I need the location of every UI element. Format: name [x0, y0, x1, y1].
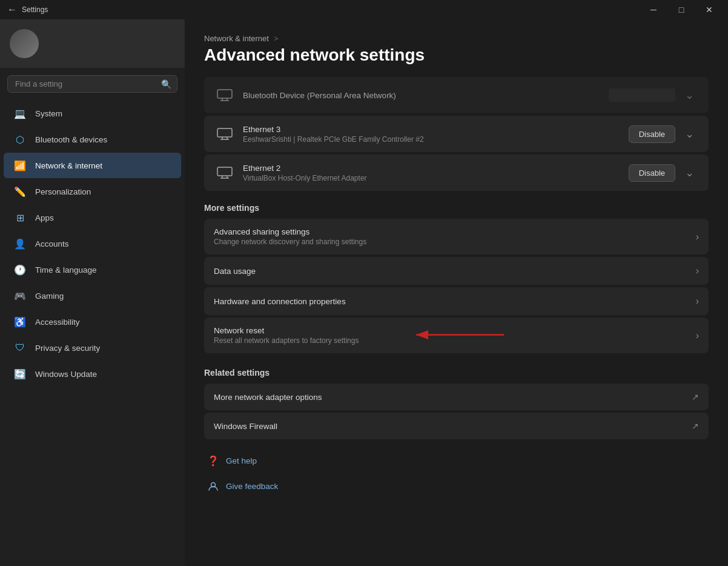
sidebar-item-apps[interactable]: ⊞ Apps — [4, 205, 181, 230]
ethernet2-card[interactable]: Ethernet 2 VirtualBox Host-Only Ethernet… — [204, 155, 709, 191]
sidebar-item-privacy[interactable]: 🛡 Privacy & security — [4, 335, 181, 361]
personalization-icon: ✏️ — [13, 185, 27, 198]
hardware-properties-card[interactable]: Hardware and connection properties › — [204, 287, 709, 315]
sidebar-item-accessibility[interactable]: ♿ Accessibility — [4, 309, 181, 335]
sidebar-item-label: Bluetooth & devices — [35, 135, 107, 144]
expand-button[interactable]: ⌄ — [680, 86, 699, 104]
hardware-properties-title: Hardware and connection properties — [214, 297, 696, 306]
titlebar-left: ← Settings — [7, 4, 48, 15]
ethernet2-disable-button[interactable]: Disable — [629, 164, 675, 182]
network-reset-text: Network reset Reset all network adapters… — [214, 326, 696, 345]
minimize-button[interactable]: ─ — [640, 0, 667, 19]
windows-firewall-text: Windows Firewall — [214, 422, 692, 431]
sidebar-item-system[interactable]: 💻 System — [4, 101, 181, 126]
partial-device-name: Bluetooth Device (Personal Area Network) — [243, 91, 601, 100]
network-reset-card[interactable]: Network reset Reset all network adapters… — [204, 318, 709, 353]
network-reset-right: › — [696, 330, 699, 341]
sidebar-item-personalization[interactable]: ✏️ Personalization — [4, 179, 181, 204]
ethernet2-icon — [214, 162, 236, 184]
partial-device-card[interactable]: Bluetooth Device (Personal Area Network)… — [204, 77, 709, 113]
more-network-adapter-card[interactable]: More network adapter options ↗ — [204, 384, 709, 410]
sidebar-item-label: Apps — [35, 213, 54, 222]
page-title: Advanced network settings — [204, 45, 709, 65]
sidebar-item-accounts[interactable]: 👤 Accounts — [4, 231, 181, 256]
advanced-sharing-subtitle: Change network discovery and sharing set… — [214, 238, 696, 246]
chevron-icon: › — [696, 330, 699, 341]
breadcrumb: Network & internet > — [204, 34, 709, 43]
advanced-sharing-card[interactable]: Advanced sharing settings Change network… — [204, 219, 709, 255]
ethernet2-expand-button[interactable]: ⌄ — [680, 164, 699, 182]
partial-device-text: Bluetooth Device (Personal Area Network) — [243, 91, 601, 100]
ethernet3-card[interactable]: Ethernet 3 EeshwarSrishti | Realtek PCIe… — [204, 116, 709, 152]
bluetooth-icon: ⬡ — [13, 133, 27, 146]
nav-list: 💻 System ⬡ Bluetooth & devices 📶 Network… — [0, 100, 185, 387]
gaming-icon: 🎮 — [13, 289, 27, 302]
ethernet3-controls: Disable ⌄ — [629, 125, 699, 143]
sidebar-item-label: Gaming — [35, 291, 64, 301]
search-input[interactable] — [7, 75, 177, 93]
search-box: 🔍 — [7, 75, 177, 93]
main-content: Network & internet > Advanced network se… — [185, 19, 728, 566]
chevron-icon: › — [696, 265, 699, 276]
breadcrumb-parent[interactable]: Network & internet — [204, 34, 269, 43]
app-container: 🔍 💻 System ⬡ Bluetooth & devices 📶 Netwo… — [0, 19, 728, 566]
accounts-icon: 👤 — [13, 237, 27, 250]
ethernet2-desc: VirtualBox Host-Only Ethernet Adapter — [243, 174, 621, 182]
advanced-sharing-right: › — [696, 231, 699, 242]
device-icon — [214, 84, 236, 106]
sidebar-item-label: Accounts — [35, 239, 69, 248]
windows-firewall-right: ↗ — [692, 421, 699, 431]
titlebar-title: Settings — [22, 5, 48, 14]
hardware-properties-text: Hardware and connection properties — [214, 297, 696, 306]
get-help-label: Get help — [226, 456, 257, 465]
sidebar-item-label: Personalization — [35, 187, 91, 196]
ethernet2-controls: Disable ⌄ — [629, 164, 699, 182]
windows-firewall-card[interactable]: Windows Firewall ↗ — [204, 413, 709, 439]
chevron-icon: › — [696, 296, 699, 307]
ethernet3-text: Ethernet 3 EeshwarSrishti | Realtek PCIe… — [243, 125, 621, 144]
back-icon[interactable]: ← — [7, 4, 17, 15]
profile-section — [0, 19, 185, 68]
svg-rect-8 — [217, 167, 232, 176]
give-feedback-label: Give feedback — [226, 482, 278, 491]
breadcrumb-separator: > — [274, 34, 279, 43]
time-icon: 🕐 — [13, 263, 27, 276]
sidebar-item-bluetooth[interactable]: ⬡ Bluetooth & devices — [4, 127, 181, 152]
partial-device-controls: ⌄ — [609, 86, 699, 104]
sidebar-item-label: Time & language — [35, 265, 97, 275]
data-usage-card[interactable]: Data usage › — [204, 257, 709, 285]
network-icon: 📶 — [13, 159, 27, 172]
accessibility-icon: ♿ — [13, 315, 27, 328]
hardware-properties-right: › — [696, 296, 699, 307]
sidebar-item-label: Privacy & security — [35, 344, 100, 353]
page-header: Network & internet > Advanced network se… — [204, 19, 709, 77]
close-button[interactable]: ✕ — [695, 0, 723, 19]
data-usage-text: Data usage — [214, 267, 696, 276]
give-feedback-link[interactable]: Give feedback — [204, 474, 709, 498]
sidebar-item-label: System — [35, 109, 62, 118]
sidebar-item-label: Network & internet — [35, 161, 102, 170]
svg-rect-4 — [217, 128, 232, 137]
ethernet3-disable-button[interactable]: Disable — [629, 125, 675, 143]
advanced-sharing-text: Advanced sharing settings Change network… — [214, 227, 696, 246]
ethernet2-text: Ethernet 2 VirtualBox Host-Only Ethernet… — [243, 164, 621, 182]
maximize-button[interactable]: □ — [667, 0, 695, 19]
sidebar-item-label: Windows Update — [35, 370, 97, 379]
ethernet3-icon — [214, 123, 236, 145]
ethernet3-expand-button[interactable]: ⌄ — [680, 125, 699, 143]
svg-rect-0 — [217, 90, 232, 98]
get-help-icon: ❓ — [207, 454, 220, 467]
sidebar-item-network[interactable]: 📶 Network & internet — [4, 153, 181, 178]
more-network-adapter-title: More network adapter options — [214, 393, 692, 402]
sidebar-item-time[interactable]: 🕐 Time & language — [4, 257, 181, 282]
external-link-icon: ↗ — [692, 392, 699, 402]
privacy-icon: 🛡 — [13, 341, 27, 355]
sidebar-item-update[interactable]: 🔄 Windows Update — [4, 361, 181, 387]
titlebar-controls: ─ □ ✕ — [640, 0, 723, 19]
get-help-link[interactable]: ❓ Get help — [204, 449, 709, 472]
more-settings-heading: More settings — [204, 203, 709, 213]
update-icon: 🔄 — [13, 367, 27, 381]
titlebar: ← Settings ─ □ ✕ — [0, 0, 728, 19]
sidebar-item-gaming[interactable]: 🎮 Gaming — [4, 283, 181, 308]
data-usage-title: Data usage — [214, 267, 696, 276]
